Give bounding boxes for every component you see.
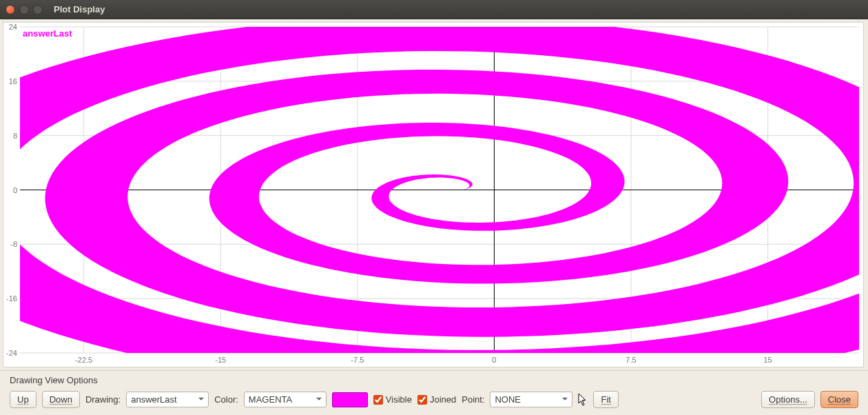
cursor-icon: [578, 393, 588, 407]
joined-label: Joined: [430, 394, 456, 405]
controls-row: Up Down Drawing: answerLast Color: MAGEN…: [10, 391, 858, 408]
color-select[interactable]: MAGENTA: [244, 392, 327, 407]
options-panel: Drawing View Options Up Down Drawing: an…: [0, 370, 868, 415]
svg-text:-16: -16: [6, 294, 17, 303]
point-label: Point:: [462, 394, 484, 405]
svg-text:15: 15: [763, 356, 772, 364]
up-button[interactable]: Up: [10, 391, 37, 408]
series-legend: answerLast: [23, 28, 72, 39]
options-panel-title: Drawing View Options: [10, 375, 858, 385]
options-button[interactable]: Options...: [761, 391, 815, 408]
point-select[interactable]: NONE: [490, 392, 572, 407]
down-button[interactable]: Down: [42, 391, 80, 408]
svg-text:0: 0: [13, 186, 17, 194]
drawing-label: Drawing:: [85, 394, 121, 405]
drawing-select[interactable]: answerLast: [126, 392, 209, 407]
plot-canvas: -22.5-15-7.507.515-24-16-8081624: [3, 23, 863, 367]
window-minimize-icon[interactable]: [19, 5, 29, 14]
svg-text:-8: -8: [10, 240, 17, 248]
window-title: Plot Display: [54, 4, 105, 14]
svg-text:-7.5: -7.5: [351, 356, 364, 364]
svg-text:-15: -15: [215, 356, 226, 364]
svg-text:-24: -24: [6, 349, 17, 357]
svg-text:7.5: 7.5: [626, 356, 636, 364]
svg-text:-22.5: -22.5: [75, 356, 92, 364]
visible-checkbox[interactable]: [373, 395, 383, 405]
svg-text:16: 16: [9, 77, 17, 85]
svg-text:8: 8: [13, 132, 17, 140]
color-label: Color:: [214, 394, 238, 405]
visible-label: Visible: [386, 394, 412, 405]
joined-checkbox-wrap[interactable]: Joined: [417, 394, 456, 405]
color-swatch[interactable]: [332, 392, 368, 407]
window-maximize-icon[interactable]: [33, 5, 43, 14]
close-button[interactable]: Close: [820, 391, 858, 408]
visible-checkbox-wrap[interactable]: Visible: [373, 394, 412, 405]
svg-text:24: 24: [9, 23, 17, 31]
window-titlebar: Plot Display: [0, 0, 868, 19]
window-close-icon[interactable]: [6, 5, 15, 14]
fit-button[interactable]: Fit: [593, 391, 618, 408]
plot-area[interactable]: -22.5-15-7.507.515-24-16-8081624 answerL…: [3, 22, 864, 367]
svg-text:0: 0: [492, 356, 496, 364]
joined-checkbox[interactable]: [417, 395, 427, 405]
